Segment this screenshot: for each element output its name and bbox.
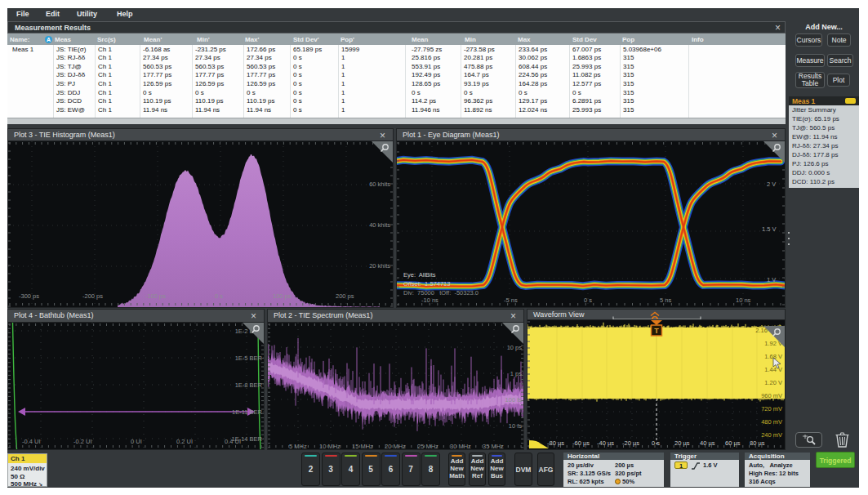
svg-text:T: T [654,327,659,335]
